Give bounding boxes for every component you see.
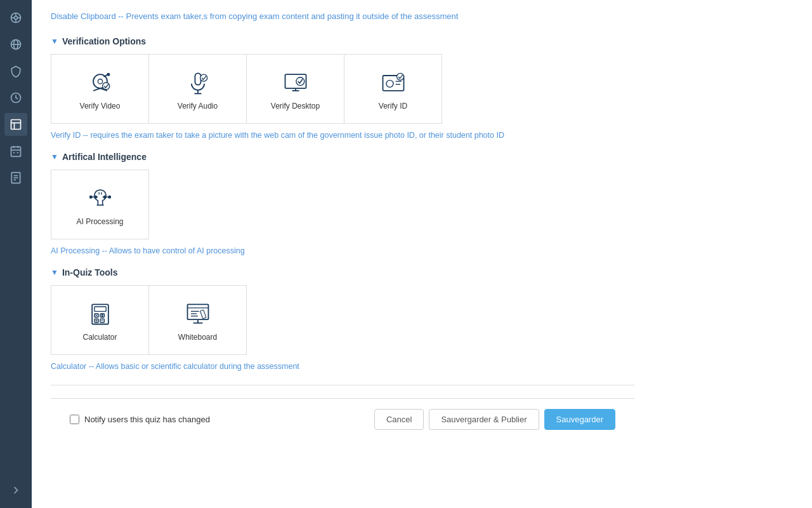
save-button[interactable]: Sauvegarder bbox=[544, 409, 615, 430]
verify-video-label: Verify Video bbox=[80, 102, 121, 110]
quiz-tools-chevron-icon: ▼ bbox=[51, 268, 58, 277]
svg-point-1 bbox=[15, 17, 18, 20]
quiz-tools-card-grid: Calculator bbox=[51, 285, 634, 354]
clock-icon[interactable] bbox=[4, 86, 27, 109]
disable-clipboard-notice: Disable Clipboard -- Prevents exam taker… bbox=[51, 6, 634, 29]
quiz-tools-section-header[interactable]: ▼ In-Quiz Tools bbox=[51, 267, 634, 277]
quiz-tools-section-label: In-Quiz Tools bbox=[62, 267, 118, 277]
report-icon[interactable] bbox=[4, 166, 27, 189]
notify-row: Notify users this quiz has changed bbox=[70, 415, 210, 424]
book-icon[interactable] bbox=[4, 113, 27, 136]
svg-point-24 bbox=[98, 79, 102, 84]
svg-point-55 bbox=[102, 314, 102, 314]
verify-audio-label: Verify Audio bbox=[178, 102, 218, 110]
svg-rect-60 bbox=[187, 304, 208, 319]
cancel-button[interactable]: Cancel bbox=[374, 409, 424, 430]
verify-desktop-card[interactable]: Verify Desktop bbox=[246, 54, 344, 124]
sidebar bbox=[0, 0, 32, 508]
svg-point-45 bbox=[108, 196, 110, 198]
verify-video-icon bbox=[85, 67, 115, 98]
svg-point-30 bbox=[200, 74, 207, 81]
svg-point-36 bbox=[386, 80, 393, 87]
notify-label: Notify users this quiz has changed bbox=[84, 415, 210, 424]
calculator-card[interactable]: Calculator bbox=[51, 285, 149, 355]
verify-audio-card[interactable]: Verify Audio bbox=[148, 54, 247, 124]
svg-point-26 bbox=[102, 83, 109, 90]
save-publish-button[interactable]: Sauvergarder & Publier bbox=[429, 409, 539, 430]
main-content: Disable Clipboard -- Prevents exam taker… bbox=[32, 0, 812, 508]
whiteboard-card[interactable]: Whiteboard bbox=[148, 285, 247, 355]
whiteboard-label: Whiteboard bbox=[178, 333, 217, 342]
ai-chevron-icon: ▼ bbox=[51, 152, 58, 161]
svg-point-41 bbox=[103, 196, 106, 198]
calculator-label: Calculator bbox=[82, 333, 117, 342]
verify-audio-icon bbox=[183, 67, 213, 98]
calculator-icon bbox=[85, 298, 115, 329]
svg-rect-47 bbox=[94, 307, 105, 311]
svg-point-34 bbox=[296, 77, 304, 86]
verify-id-icon bbox=[378, 67, 409, 98]
svg-rect-13 bbox=[11, 147, 21, 156]
ai-section-header[interactable]: ▼ Artifical Intelligence bbox=[51, 152, 634, 162]
verification-chevron-icon: ▼ bbox=[51, 37, 58, 46]
verify-id-label: Verify ID bbox=[379, 102, 407, 110]
verify-desktop-icon bbox=[280, 67, 311, 98]
verification-card-grid: Verify Video Verify Audio bbox=[51, 54, 634, 123]
verify-desktop-label: Verify Desktop bbox=[271, 102, 320, 110]
ai-card-grid: AI Processing bbox=[51, 170, 634, 239]
svg-point-44 bbox=[89, 196, 92, 198]
whiteboard-icon bbox=[183, 298, 213, 329]
calendar-icon[interactable] bbox=[4, 140, 27, 163]
quiz-tools-description: Calculator -- Allows basic or scientific… bbox=[51, 361, 634, 373]
verification-section-header[interactable]: ▼ Verification Options bbox=[51, 36, 634, 46]
expand-icon[interactable] bbox=[4, 479, 27, 502]
svg-rect-27 bbox=[195, 73, 200, 84]
bottom-bar: Notify users this quiz has changed Cance… bbox=[51, 398, 634, 440]
ai-processing-label: AI Processing bbox=[76, 217, 123, 226]
notify-checkbox[interactable] bbox=[70, 415, 79, 424]
verify-video-card[interactable]: Verify Video bbox=[51, 54, 149, 124]
svg-point-39 bbox=[396, 73, 403, 80]
shield-icon[interactable] bbox=[4, 60, 27, 83]
home-icon[interactable] bbox=[4, 6, 27, 29]
ai-section-label: Artifical Intelligence bbox=[62, 152, 147, 162]
svg-point-40 bbox=[94, 196, 96, 198]
action-buttons: Cancel Sauvergarder & Publier Sauvegarde… bbox=[374, 409, 615, 430]
verify-id-card[interactable]: Verify ID bbox=[344, 54, 442, 124]
svg-point-56 bbox=[102, 316, 102, 316]
svg-rect-10 bbox=[11, 120, 21, 130]
svg-rect-67 bbox=[200, 309, 206, 318]
verification-description: Verify ID -- requires the exam taker to … bbox=[51, 130, 634, 142]
globe-icon[interactable] bbox=[4, 33, 27, 56]
svg-point-25 bbox=[107, 73, 110, 76]
verification-section-label: Verification Options bbox=[62, 36, 146, 46]
ai-processing-card[interactable]: AI Processing bbox=[51, 170, 149, 239]
ai-description: AI Processing -- Allows to have control … bbox=[51, 245, 634, 257]
ai-processing-icon bbox=[85, 183, 115, 213]
footer-divider bbox=[51, 385, 634, 385]
